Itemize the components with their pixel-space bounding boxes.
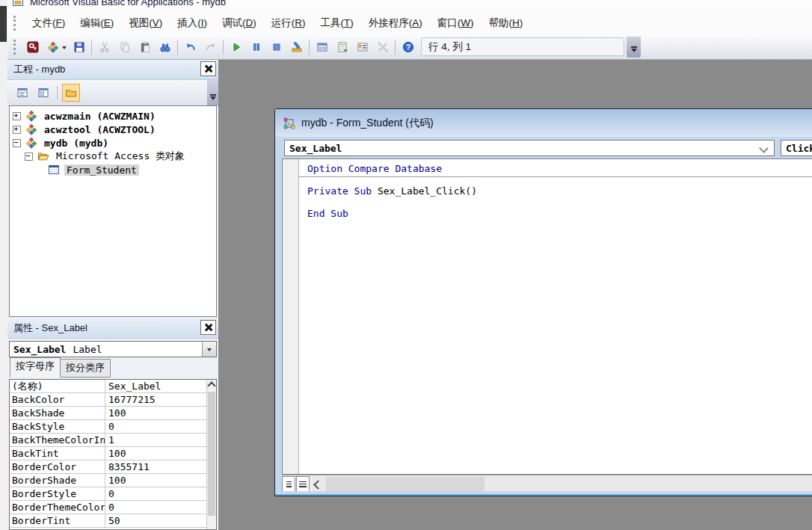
property-row[interactable]: BackTint100 <box>10 447 206 460</box>
menu-item[interactable]: 外接程序(A) <box>361 12 430 34</box>
collapse-icon[interactable] <box>25 152 33 161</box>
position-indicator: 行 4, 列 1 <box>421 37 624 56</box>
view-access-icon <box>27 41 39 53</box>
view-object-button[interactable] <box>34 84 52 102</box>
expand-icon[interactable] <box>13 112 21 120</box>
property-row[interactable]: BackThemeColorIn1 <box>10 434 206 447</box>
full-module-view-button[interactable] <box>296 476 310 493</box>
design-mode-button[interactable] <box>286 37 307 57</box>
property-row[interactable]: BackStyle0 <box>10 420 206 434</box>
project-panel-close-button[interactable] <box>200 61 216 76</box>
menu-item[interactable]: 文件(F) <box>25 12 73 34</box>
property-value[interactable]: 0 <box>105 420 206 433</box>
property-row[interactable]: BorderShade100 <box>10 474 206 487</box>
tree-item[interactable]: acwzmain (ACWZMAIN) <box>10 109 216 123</box>
code-editor[interactable]: Option Compare DatabasePrivate Sub Sex_L… <box>282 158 812 475</box>
property-value[interactable]: 0 <box>105 487 206 500</box>
property-value[interactable]: 1 <box>105 434 206 446</box>
property-value[interactable]: 100 <box>105 447 206 460</box>
property-row[interactable]: BackColor16777215 <box>10 393 206 407</box>
menu-item[interactable]: 插入(I) <box>170 12 215 34</box>
menu-item[interactable]: 帮助(H) <box>482 12 531 34</box>
object-browser-button[interactable] <box>352 37 372 57</box>
properties-panel-close-button[interactable] <box>200 320 216 335</box>
app-titlebar: Microsoft Visual Basic for Applications … <box>7 0 812 11</box>
horizontal-scrollbar[interactable] <box>313 476 812 493</box>
folder-open-icon <box>37 150 50 162</box>
menu-item[interactable]: 视图(V) <box>121 12 170 34</box>
tree-item[interactable]: Microsoft Access 类对象 <box>10 150 216 163</box>
dropdown-arrow-icon <box>62 46 67 52</box>
tree-item-label: acwzmain (ACWZMAIN) <box>42 111 158 122</box>
project-explorer-button[interactable] <box>312 37 332 57</box>
property-value[interactable]: 8355711 <box>105 460 206 473</box>
break-button[interactable] <box>246 37 266 57</box>
event-combobox-value: Click <box>786 143 812 154</box>
property-value[interactable]: 100 <box>105 474 206 487</box>
reset-button[interactable] <box>266 37 286 57</box>
toolbar-separator <box>57 86 58 99</box>
object-selector-combobox[interactable]: Sex_Label Label <box>9 341 217 357</box>
expand-icon[interactable] <box>13 126 21 134</box>
find-button[interactable] <box>155 37 175 57</box>
tree-item[interactable]: mydb (mydb) <box>10 136 216 150</box>
property-row[interactable]: BorderStyle0 <box>10 487 206 501</box>
property-value[interactable]: 16777215 <box>105 393 206 406</box>
procedure-view-icon <box>286 481 292 487</box>
toolbar-overflow-button[interactable] <box>627 37 641 58</box>
property-value[interactable]: 100 <box>105 407 206 419</box>
procedure-view-button[interactable] <box>282 476 295 493</box>
code-line: Private Sub Sex_Label_Click() <box>307 185 812 197</box>
code-margin-indicator-bar <box>283 159 299 474</box>
object-selector-dropdown-button[interactable] <box>202 342 216 357</box>
run-button[interactable] <box>226 37 246 57</box>
toolbar-separator <box>223 40 224 55</box>
property-name: BackThemeColorIn <box>10 434 105 446</box>
scroll-up-button[interactable] <box>207 381 216 390</box>
horizontal-scrollbar-thumb[interactable] <box>326 477 485 492</box>
help-button[interactable]: ? <box>398 37 418 57</box>
property-row[interactable]: (名称)Sex_Label <box>10 380 206 393</box>
paste-icon <box>139 41 151 53</box>
view-access-button[interactable] <box>22 37 43 57</box>
tab-alphabetic[interactable]: 按字母序 <box>10 357 61 378</box>
project-toolbar-overflow-button[interactable] <box>207 80 218 105</box>
property-value[interactable]: Sex_Label <box>105 380 206 392</box>
menu-item[interactable]: 工具(T) <box>313 12 361 34</box>
menu-item[interactable]: 窗口(W) <box>430 12 482 34</box>
properties-panel-header: 属性 - Sex_Label <box>7 318 218 339</box>
toggle-folders-button[interactable] <box>62 84 80 102</box>
code-line: Option Compare Database <box>307 163 812 174</box>
collapse-icon[interactable] <box>13 139 21 147</box>
property-name: BackShade <box>10 407 105 419</box>
insert-object-dropdown-button[interactable] <box>60 37 69 57</box>
properties-scrollbar-thumb[interactable] <box>208 392 215 516</box>
property-row[interactable]: BorderThemeColor0 <box>10 501 206 514</box>
view-code-button[interactable] <box>13 84 31 102</box>
app-title: Microsoft Visual Basic for Applications … <box>30 0 226 7</box>
menu-item[interactable]: 调试(D) <box>215 12 264 34</box>
property-value[interactable]: 50 <box>105 514 206 527</box>
menu-item[interactable]: 运行(R) <box>264 12 313 34</box>
save-button[interactable] <box>69 37 89 57</box>
undo-button[interactable] <box>180 37 200 57</box>
project-tree: acwzmain (ACWZMAIN)acwztool (ACWZTOOL)my… <box>9 105 217 317</box>
code-text-area: Option Compare DatabasePrivate Sub Sex_L… <box>299 159 812 474</box>
code-window-titlebar[interactable]: mydb - Form_Student (代码) <box>275 109 812 137</box>
object-combobox[interactable]: Sex_Label <box>284 140 775 156</box>
menu-item[interactable]: 编辑(E) <box>73 12 121 34</box>
properties-scrollbar[interactable] <box>206 380 216 529</box>
event-combobox[interactable]: Click <box>781 140 812 156</box>
property-row[interactable]: BackShade100 <box>10 407 206 420</box>
property-row[interactable]: BorderTint50 <box>10 514 206 528</box>
tree-item[interactable]: Form_Student <box>10 163 216 176</box>
property-row[interactable]: BorderColor8355711 <box>10 460 206 474</box>
toolbar-grip-handle[interactable] <box>13 40 16 55</box>
properties-window-button[interactable] <box>332 37 352 57</box>
property-value[interactable]: 0 <box>105 501 206 514</box>
scroll-left-icon[interactable] <box>313 480 323 490</box>
tab-categorized[interactable]: 按分类序 <box>60 359 111 378</box>
tree-item[interactable]: acwztool (ACWZTOOL) <box>10 123 216 136</box>
menubar-grip-handle[interactable] <box>13 16 16 31</box>
chevron-down-icon[interactable] <box>759 144 769 153</box>
